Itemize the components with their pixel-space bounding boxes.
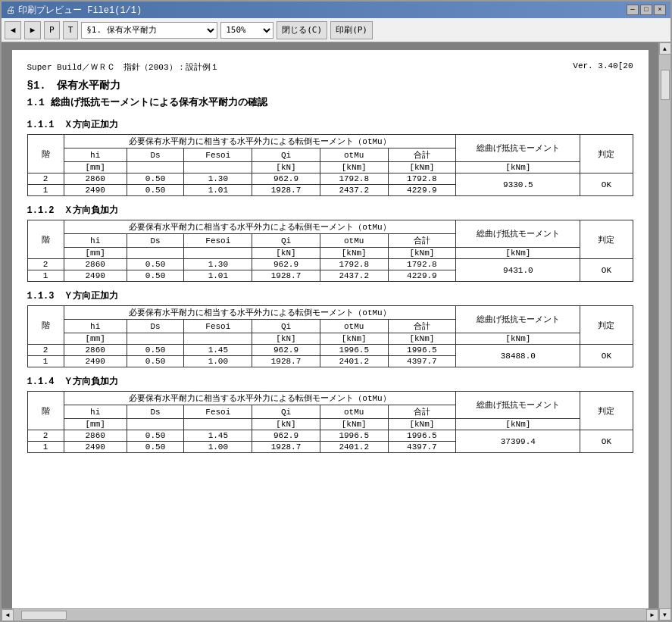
scroll-right-arrow[interactable]: ▶	[646, 609, 658, 621]
row2-fesoi-3: 1.00	[184, 356, 252, 367]
row1-ds-2: 0.50	[127, 259, 184, 270]
fesoi-unit-1	[184, 162, 252, 173]
scroll-thumb-h[interactable]	[21, 611, 67, 620]
scroll-track-v[interactable]	[659, 55, 671, 608]
scrollbar-vertical[interactable]: ▲ ▼	[658, 42, 670, 620]
row2-fesoi-2: 1.01	[184, 270, 252, 282]
scroll-track-h[interactable]	[14, 609, 646, 621]
maximize-button[interactable]: □	[640, 5, 652, 15]
row1-qi-2: 962.9	[252, 259, 320, 270]
row1-kai-4: 2	[27, 430, 64, 442]
scroll-thumb-v[interactable]	[661, 70, 670, 100]
section-select[interactable]: §1. 保有水平耐力	[81, 22, 217, 39]
souge-unit-3: [kNm]	[456, 333, 580, 345]
row1-qi-3: 962.9	[252, 345, 320, 356]
table-1-wrapper: 1.1.1 Ｘ方向正加力 階 必要保有水平耐力に相当する水平外力による転倒モーメ…	[27, 118, 633, 196]
fesoi-header-2: Fesoi	[184, 234, 252, 248]
table-3-wrapper: 1.1.3 Ｙ方向正加力 階 必要保有水平耐力に相当する水平外力による転倒モーメ…	[27, 289, 633, 367]
gokei-unit-4: [kNm]	[388, 419, 456, 430]
row1-fesoi-2: 1.30	[184, 259, 252, 270]
row2-otmu-4: 2401.2	[320, 442, 388, 453]
row2-ds-3: 0.50	[127, 356, 184, 367]
row2-gokei-3: 4397.7	[388, 356, 456, 367]
row2-fesoi-1: 1.01	[184, 185, 252, 196]
toolbar: ◀ ▶ P T §1. 保有水平耐力 150% 閉じる(C) 印刷(P)	[2, 18, 670, 42]
row1-otmu-2: 1792.8	[320, 259, 388, 270]
row1-ds-4: 0.50	[127, 430, 184, 442]
table-row: 2 2860 0.50 1.45 962.9 1996.5 1996.5 373…	[27, 430, 633, 442]
row2-kai-4: 1	[27, 442, 64, 453]
row1-ds-1: 0.50	[127, 173, 184, 185]
row1-souge-1: 9330.5	[456, 173, 580, 196]
header-left: Super Build／ＷＲＣ 指針（2003）：設計例１	[27, 61, 219, 73]
col-kai-header-3: 階	[27, 306, 64, 345]
gokei-header-2: 合計	[388, 234, 456, 248]
row2-hi-3: 2490	[64, 356, 127, 367]
close-button[interactable]: ×	[654, 5, 666, 15]
fesoi-header-3: Fesoi	[184, 320, 252, 333]
gokei-unit-1: [kNm]	[388, 162, 456, 173]
span-header-1: 必要保有水平耐力に相当する水平外力による転倒モーメント（otMu）	[64, 135, 455, 148]
section-h1: §1. 保有水平耐力 1.1 総曲げ抵抗モーメントによる保有水平耐力の確認	[27, 79, 633, 109]
row2-gokei-2: 4229.9	[388, 270, 456, 282]
close-button-toolbar[interactable]: 閉じる(C)	[277, 21, 327, 39]
row2-hi-2: 2490	[64, 270, 127, 282]
row2-kai-1: 1	[27, 185, 64, 196]
souge-header-4: 総曲げ抵抗モーメント	[456, 392, 580, 419]
print-button[interactable]: 印刷(P)	[330, 21, 373, 39]
window-title: 印刷プレビュー File1(1/1)	[18, 4, 142, 17]
souge-unit-4: [kNm]	[456, 419, 580, 430]
qi-header-3: Qi	[252, 320, 320, 333]
col-kai-header-4: 階	[27, 392, 64, 430]
row2-otmu-2: 2437.2	[320, 270, 388, 282]
next-page-button[interactable]: ▶	[24, 21, 41, 39]
row2-qi-1: 1928.7	[252, 185, 320, 196]
row2-kai-3: 1	[27, 356, 64, 367]
row2-otmu-3: 2401.2	[320, 356, 388, 367]
header-right: Ver. 3.40[20	[573, 61, 633, 73]
row1-souge-4: 37399.4	[456, 430, 580, 453]
ds-header-4: Ds	[127, 405, 184, 419]
table-row: 2 2860 0.50 1.45 962.9 1996.5 1996.5 384…	[27, 345, 633, 356]
hi-unit-4: [mm]	[64, 419, 127, 430]
scroll-left-arrow[interactable]: ◀	[2, 609, 14, 621]
otmu-unit-1: [kNm]	[320, 162, 388, 173]
row1-kai-2: 2	[27, 259, 64, 270]
row1-otmu-3: 1996.5	[320, 345, 388, 356]
table-4-heading: 1.1.4 Ｙ方向負加力	[27, 375, 633, 388]
row2-hi-4: 2490	[64, 442, 127, 453]
qi-unit-4: [kN]	[252, 419, 320, 430]
qi-header-2: Qi	[252, 234, 320, 248]
page-header: Super Build／ＷＲＣ 指針（2003）：設計例１ Ver. 3.40[…	[27, 61, 633, 73]
hi-header-3: hi	[64, 320, 127, 333]
col-kai-header-2: 階	[27, 220, 64, 259]
table-4-wrapper: 1.1.4 Ｙ方向負加力 階 必要保有水平耐力に相当する水平外力による転倒モーメ…	[27, 375, 633, 453]
table-1: 階 必要保有水平耐力に相当する水平外力による転倒モーメント（otMu） 総曲げ抵…	[27, 134, 633, 196]
page-button[interactable]: P	[44, 21, 60, 39]
souge-unit-2: [kNm]	[456, 248, 580, 259]
prev-page-button[interactable]: ◀	[5, 21, 21, 39]
gokei-unit-2: [kNm]	[388, 248, 456, 259]
col-kai-header-1: 階	[27, 135, 64, 173]
row2-hi-1: 2490	[64, 185, 127, 196]
scroll-up-arrow[interactable]: ▲	[659, 42, 671, 55]
span-header-4: 必要保有水平耐力に相当する水平外力による転倒モーメント（otMu）	[64, 392, 455, 405]
table-1-heading: 1.1.1 Ｘ方向正加力	[27, 118, 633, 131]
zoom-select[interactable]: 150%	[220, 22, 273, 39]
minimize-button[interactable]: ─	[627, 5, 639, 15]
qi-header-4: Qi	[252, 405, 320, 419]
scrollbar-horizontal[interactable]: ◀ ▶	[2, 608, 658, 620]
page: Super Build／ＷＲＣ 指針（2003）：設計例１ Ver. 3.40[…	[12, 50, 649, 608]
row1-fesoi-4: 1.45	[184, 430, 252, 442]
scroll-container[interactable]: Super Build／ＷＲＣ 指針（2003）：設計例１ Ver. 3.40[…	[2, 42, 658, 608]
otmu-header-3: otMu	[320, 320, 388, 333]
title-bar-controls[interactable]: ─ □ ×	[627, 5, 666, 15]
row1-gokei-1: 1792.8	[388, 173, 456, 185]
row1-hantei-1: OK	[580, 173, 633, 196]
title-bar: 🖨 印刷プレビュー File1(1/1) ─ □ ×	[2, 2, 670, 18]
scroll-down-arrow[interactable]: ▼	[659, 608, 671, 620]
row1-hantei-4: OK	[580, 430, 633, 453]
text-button[interactable]: T	[63, 21, 79, 39]
row1-fesoi-3: 1.45	[184, 345, 252, 356]
row1-kai-1: 2	[27, 173, 64, 185]
